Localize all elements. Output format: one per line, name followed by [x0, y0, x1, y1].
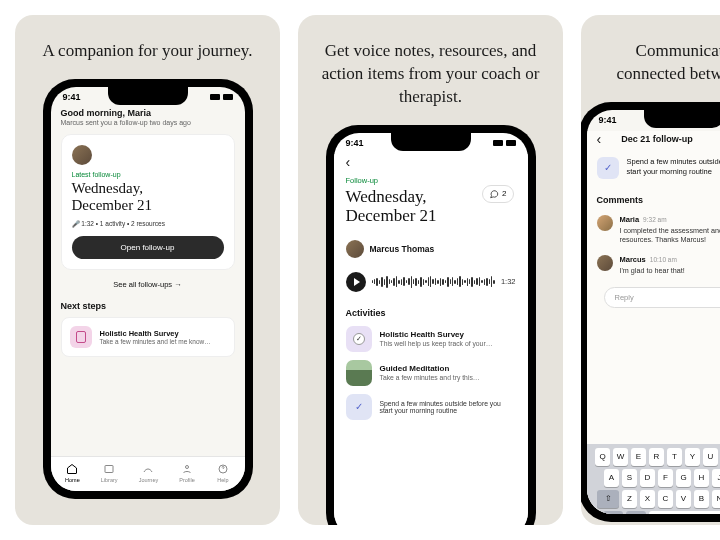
reply-input[interactable]: Reply: [604, 287, 721, 308]
play-button[interactable]: [346, 272, 366, 292]
key-d[interactable]: D: [640, 469, 655, 487]
screenshot-gallery: A companion for your journey. 9:41 Good …: [0, 0, 720, 540]
status-indicators: [493, 138, 516, 148]
greeting-text: Good morning, Maria: [61, 108, 235, 118]
panel-1: A companion for your journey. 9:41 Good …: [15, 15, 280, 525]
key-b[interactable]: B: [694, 490, 709, 508]
screen-title: Dec 21 follow-up: [621, 134, 693, 144]
key-g[interactable]: G: [676, 469, 691, 487]
tab-help[interactable]: Help: [216, 463, 230, 483]
profile-icon: [180, 463, 194, 475]
waveform-icon[interactable]: [372, 274, 495, 290]
survey-icon: [70, 326, 92, 348]
status-time: 9:41: [346, 138, 364, 148]
back-button[interactable]: ‹: [346, 154, 516, 170]
key-f[interactable]: F: [658, 469, 673, 487]
reply-row: Reply: [597, 287, 721, 308]
next-step-item[interactable]: Holistic Health Survey Take a few minute…: [61, 317, 235, 357]
key-n[interactable]: N: [712, 490, 720, 508]
step-title: Holistic Health Survey: [100, 329, 211, 338]
comment-item: Maria9:32 am I completed the assessment …: [597, 215, 721, 245]
tab-bar: Home Library Journey Profile Help: [51, 456, 245, 491]
journey-icon: [141, 463, 155, 475]
comment-icon: [489, 189, 499, 199]
followup-label: Latest follow-up: [72, 171, 224, 178]
phone-frame: 9:41 Good morning, Maria Marcus sent you…: [43, 79, 253, 499]
sender-row[interactable]: Marcus Thomas: [346, 240, 516, 258]
key-q[interactable]: Q: [595, 448, 610, 466]
step-desc: Take a few minutes and let me know…: [100, 338, 211, 345]
followup-meta: 🎤 1:32 • 1 activity • 2 resources: [72, 220, 224, 228]
see-all-link[interactable]: See all follow-ups →: [61, 280, 235, 289]
activity-item[interactable]: Holistic Health SurveyThis well help us …: [346, 326, 516, 352]
key-w[interactable]: W: [613, 448, 628, 466]
avatar: [597, 215, 613, 231]
key-h[interactable]: H: [694, 469, 709, 487]
followup-label: Follow-up: [346, 176, 516, 185]
activity-item[interactable]: Spend a few minutes outside before you s…: [346, 394, 516, 420]
activity-item[interactable]: Guided MeditationTake a few minutes and …: [346, 360, 516, 386]
key-emoji[interactable]: ☺: [626, 511, 646, 514]
status-time: 9:41: [599, 115, 617, 125]
greeting-subtitle: Marcus sent you a follow-up two days ago: [61, 119, 235, 126]
key-u[interactable]: U: [703, 448, 718, 466]
avatar: [597, 255, 613, 271]
sender-name: Marcus Thomas: [370, 244, 435, 254]
key-x[interactable]: X: [640, 490, 655, 508]
comment-item: Marcus10:10 am I'm glad to hear that!: [597, 255, 721, 275]
status-time: 9:41: [63, 92, 81, 102]
followup-date: Wednesday, December 21: [72, 180, 224, 215]
check-icon: [346, 394, 372, 420]
panel-heading: Get voice notes, resources, and action i…: [298, 40, 563, 109]
key-j[interactable]: J: [712, 469, 720, 487]
key-z[interactable]: Z: [622, 490, 637, 508]
phone-notch: [108, 87, 188, 105]
phone-frame: 9:41 ‹ Follow-up Wednesday, December 21 …: [326, 125, 536, 525]
tab-library[interactable]: Library: [101, 463, 118, 483]
back-button[interactable]: ‹: [597, 131, 602, 147]
status-indicators: [210, 92, 233, 102]
comment-count-badge[interactable]: 2: [482, 185, 513, 203]
phone-notch: [391, 133, 471, 151]
key-space[interactable]: space: [649, 511, 720, 514]
key-y[interactable]: Y: [685, 448, 700, 466]
svg-point-1: [186, 465, 189, 468]
svg-rect-0: [105, 465, 113, 472]
avatar: [346, 240, 364, 258]
keyboard: QWERTYUIOP ASDFGHJKL ⇧ZXCVBNM⌫ 123 ☺ spa…: [587, 444, 721, 514]
check-icon: [597, 157, 619, 179]
followup-card[interactable]: Latest follow-up Wednesday, December 21 …: [61, 134, 235, 271]
key-shift[interactable]: ⇧: [597, 490, 619, 508]
panel-heading: A companion for your journey.: [23, 40, 273, 63]
tab-home[interactable]: Home: [65, 463, 80, 483]
audio-player: 1:32: [346, 272, 516, 292]
key-s[interactable]: S: [622, 469, 637, 487]
meditation-image-icon: [346, 360, 372, 386]
key-r[interactable]: R: [649, 448, 664, 466]
panel-2: Get voice notes, resources, and action i…: [298, 15, 563, 525]
help-icon: [216, 463, 230, 475]
task-item[interactable]: Spend a few minutes outside before you s…: [597, 157, 721, 179]
key-c[interactable]: C: [658, 490, 673, 508]
check-icon: [346, 326, 372, 352]
key-a[interactable]: A: [604, 469, 619, 487]
key-e[interactable]: E: [631, 448, 646, 466]
tab-profile[interactable]: Profile: [179, 463, 195, 483]
key-v[interactable]: V: [676, 490, 691, 508]
home-icon: [65, 463, 79, 475]
next-steps-heading: Next steps: [61, 301, 235, 311]
phone-notch: [644, 110, 721, 128]
library-icon: [102, 463, 116, 475]
panel-heading: Communicate and stay connected between s…: [581, 40, 720, 86]
phone-frame: 9:41 ‹ Dec 21 follow-up Spend a few minu…: [581, 102, 720, 522]
open-followup-button[interactable]: Open follow-up: [72, 236, 224, 259]
comments-heading: Comments: [597, 195, 721, 205]
key-123[interactable]: 123: [603, 511, 623, 514]
activities-heading: Activities: [346, 308, 516, 318]
avatar: [72, 145, 92, 165]
panel-3: Communicate and stay connected between s…: [581, 15, 720, 525]
key-t[interactable]: T: [667, 448, 682, 466]
tab-journey[interactable]: Journey: [139, 463, 159, 483]
audio-duration: 1:32: [501, 277, 516, 286]
